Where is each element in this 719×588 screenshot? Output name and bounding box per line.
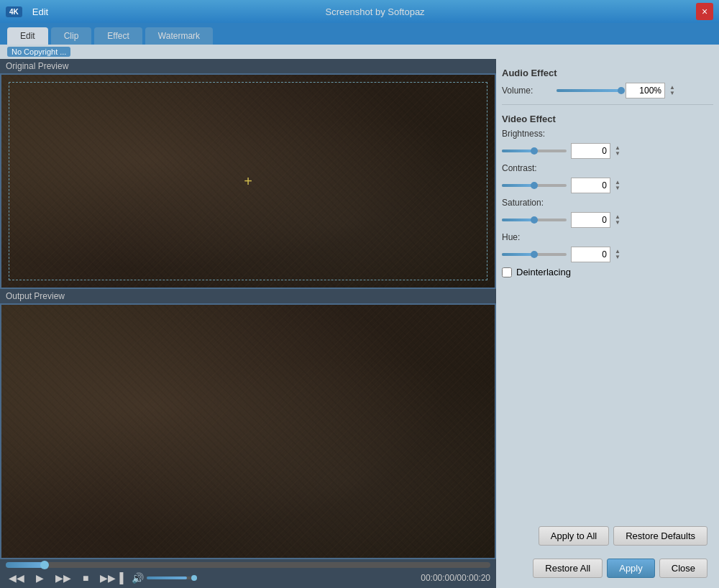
rewind-button[interactable]: ◀◀ [6, 571, 27, 585]
saturation-label: Saturation: [502, 198, 552, 208]
brightness-row: Brightness: [502, 129, 713, 139]
saturation-slider-row: ▲ ▼ [502, 212, 713, 228]
main-buttons-row: Restore All Apply Close [502, 554, 713, 582]
transport-row: ◀◀ ▶ ▶▶ ■ ▶▶▐ 🔊 00:00:00/00:00:20 [6, 571, 490, 585]
saturation-slider-fill [502, 219, 534, 221]
window-title: Screenshot by Softopaz [54, 6, 696, 17]
hue-slider-thumb[interactable] [531, 251, 538, 258]
contrast-slider-track[interactable] [502, 184, 567, 187]
tab-clip[interactable]: Clip [51, 27, 92, 45]
hue-slider-fill [502, 253, 534, 256]
saturation-row: Saturation: [502, 198, 713, 208]
contrast-slider-row: ▲ ▼ [502, 178, 713, 193]
volume-slider[interactable] [147, 576, 197, 579]
saturation-spinner[interactable]: ▲ ▼ [615, 214, 620, 226]
volume-row: Volume: ▲ ▼ [502, 83, 713, 98]
contrast-slider-thumb[interactable] [531, 182, 538, 189]
volume-slider-fill [557, 89, 621, 92]
main-content: Original Preview + Output Preview ◀◀ ▶ ▶… [0, 59, 719, 588]
brightness-slider-fill [502, 150, 534, 152]
brightness-spinner[interactable]: ▲ ▼ [615, 145, 620, 157]
preview-area: Original Preview + Output Preview ◀◀ ▶ ▶… [0, 59, 496, 588]
original-preview-video: + [0, 73, 496, 289]
close-button[interactable]: Close [659, 559, 707, 578]
brightness-slider-thumb[interactable] [531, 147, 538, 155]
app-icon: 4K [6, 6, 22, 17]
title-bar: 4K Edit Screenshot by Softopaz × [0, 0, 719, 23]
volume-slider-track[interactable] [557, 89, 621, 92]
volume-label: Volume: [502, 86, 552, 96]
menu-edit[interactable]: Edit [32, 6, 48, 17]
volume-thumb[interactable] [191, 575, 197, 581]
hue-slider-row: ▲ ▼ [502, 247, 713, 262]
volume-input[interactable] [626, 83, 665, 98]
restore-defaults-button[interactable]: Restore Defaults [613, 526, 707, 546]
fast-forward-button[interactable]: ▶▶ [52, 571, 74, 585]
volume-control: 🔊 [132, 572, 197, 584]
output-preview-video [0, 303, 496, 559]
close-window-button[interactable]: × [696, 3, 713, 20]
volume-down-arrow[interactable]: ▼ [669, 91, 675, 96]
deinterlacing-label: Deinterlacing [516, 267, 571, 277]
hue-row: Hue: [502, 232, 713, 242]
contrast-spinner[interactable]: ▲ ▼ [615, 180, 620, 191]
deinterlacing-row: Deinterlacing [502, 267, 713, 277]
contrast-input[interactable] [571, 178, 610, 193]
saturation-slider-thumb[interactable] [531, 216, 538, 224]
brightness-slider-track[interactable] [502, 150, 567, 152]
tab-watermark[interactable]: Watermark [145, 27, 213, 45]
time-display: 00:00:00/00:00:20 [421, 573, 490, 583]
progress-fill [6, 562, 45, 568]
right-panel: Audio Effect Volume: ▲ ▼ Video Effect Br… [496, 59, 719, 588]
restore-all-button[interactable]: Restore All [533, 559, 603, 578]
contrast-slider-fill [502, 184, 534, 187]
contrast-row: Contrast: [502, 163, 713, 173]
hue-down-arrow[interactable]: ▼ [615, 254, 620, 260]
contrast-label: Contrast: [502, 163, 552, 173]
tab-bar: Edit Clip Effect Watermark [0, 23, 719, 45]
original-preview-label: Original Preview [0, 59, 496, 73]
saturation-slider-track[interactable] [502, 219, 567, 221]
volume-slider-thumb[interactable] [618, 87, 625, 94]
brightness-input[interactable] [571, 143, 610, 159]
progress-thumb[interactable] [40, 561, 49, 569]
volume-spinner[interactable]: ▲ ▼ [669, 85, 675, 96]
hue-input[interactable] [571, 247, 610, 262]
hue-spinner[interactable]: ▲ ▼ [615, 249, 620, 260]
hue-slider-track[interactable] [502, 253, 567, 256]
video-effect-title: Video Effect [502, 114, 713, 124]
apply-to-all-button[interactable]: Apply to All [539, 526, 609, 546]
tab-edit[interactable]: Edit [7, 27, 48, 45]
audio-effect-title: Audio Effect [502, 68, 713, 78]
label-bar: No Copyright ... [0, 45, 719, 59]
next-button[interactable]: ▶▶▐ [97, 571, 126, 585]
stop-button[interactable]: ■ [80, 571, 91, 585]
saturation-down-arrow[interactable]: ▼ [615, 220, 620, 226]
saturation-input[interactable] [571, 212, 610, 228]
deinterlacing-checkbox[interactable] [502, 267, 512, 277]
hue-label: Hue: [502, 232, 552, 242]
contrast-down-arrow[interactable]: ▼ [615, 185, 620, 191]
brightness-down-arrow[interactable]: ▼ [615, 151, 620, 157]
apply-restore-row: Apply to All Restore Defaults [502, 522, 713, 550]
play-button[interactable]: ▶ [33, 571, 47, 585]
volume-icon: 🔊 [132, 572, 144, 584]
controls-bar: ◀◀ ▶ ▶▶ ■ ▶▶▐ 🔊 00:00:00/00:00:20 [0, 559, 496, 588]
no-copyright-badge: No Copyright ... [7, 47, 70, 57]
progress-bar[interactable] [6, 562, 490, 568]
volume-fill [147, 576, 187, 579]
crosshair-icon: + [244, 173, 252, 190]
output-preview-label: Output Preview [0, 289, 496, 303]
apply-button[interactable]: Apply [607, 559, 655, 578]
brightness-slider-row: ▲ ▼ [502, 143, 713, 159]
brightness-label: Brightness: [502, 129, 552, 139]
tab-effect[interactable]: Effect [94, 27, 142, 45]
